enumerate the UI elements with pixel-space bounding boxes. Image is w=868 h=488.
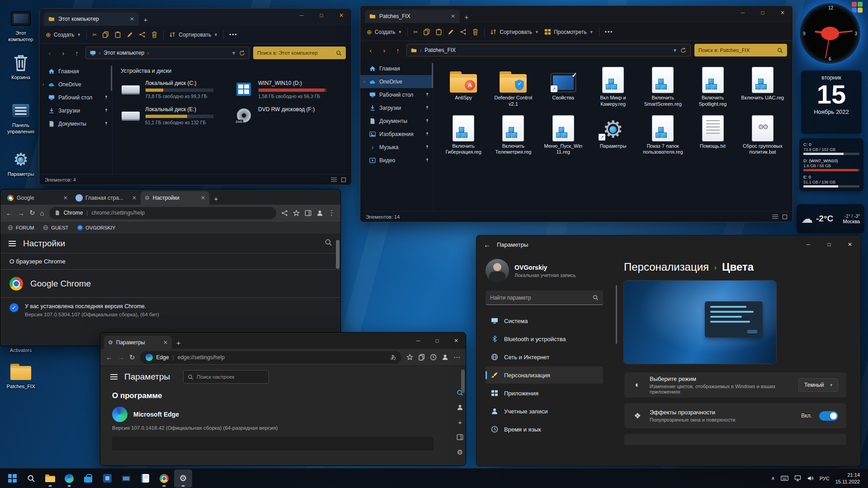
refresh-icon[interactable] — [239, 50, 245, 56]
sidebar-item-desktop[interactable]: Рабочий стол — [360, 88, 433, 101]
sidebar-add-icon[interactable]: + — [458, 418, 462, 426]
sidebar-scrollbar[interactable] — [111, 66, 112, 91]
tab-close-icon[interactable]: ✕ — [201, 195, 205, 201]
side-panel-icon[interactable] — [305, 210, 311, 216]
rename-icon[interactable] — [127, 31, 133, 38]
tab-close-icon[interactable]: ✕ — [451, 13, 455, 19]
new-tab-button[interactable]: + — [139, 13, 152, 26]
tab-close-icon[interactable]: ✕ — [63, 195, 68, 201]
profile-icon[interactable] — [316, 210, 323, 216]
file-item[interactable]: Включить Телеметрия.reg — [489, 114, 538, 156]
up-icon[interactable]: ↑ — [72, 49, 82, 57]
tab-close-icon[interactable]: ✕ — [130, 16, 134, 22]
share-icon[interactable] — [281, 210, 288, 216]
sidebar-item-documents[interactable]: Документы — [39, 117, 112, 130]
user-profile[interactable]: OVGorskiy Локальная учетная запись — [486, 259, 603, 282]
taskbar-item-store[interactable] — [79, 469, 97, 488]
sidebar-item-downloads[interactable]: Загрузки — [39, 104, 112, 117]
drive-item-d[interactable]: WIN7_WIN10 (D:) 1,58 ГБ свободно из 56,3… — [234, 80, 343, 99]
tab-close-icon[interactable]: ✕ — [132, 195, 137, 201]
copy-icon[interactable] — [102, 31, 109, 38]
taskbar-item-settings[interactable]: ⚙ — [174, 469, 192, 488]
sidebar-scrollbar[interactable] — [432, 63, 433, 88]
new-tab-button[interactable]: + — [460, 10, 473, 23]
nav-item-system[interactable]: Система — [486, 312, 603, 329]
explorer-tab[interactable]: Patches_FIX ✕ — [365, 9, 460, 23]
more-options-icon[interactable]: ••• — [605, 29, 613, 35]
details-view-icon[interactable] — [331, 178, 337, 182]
chrome-tab-home[interactable]: Главная стра... ✕ — [72, 191, 141, 205]
back-icon[interactable]: ← — [106, 353, 113, 361]
forward-icon[interactable]: → — [118, 353, 124, 361]
sidebar-item-onedrive[interactable]: ›OneDrive — [39, 78, 112, 91]
taskbar-search-button[interactable] — [22, 469, 40, 488]
refresh-icon[interactable]: ↻ — [129, 353, 135, 361]
chrome-menu-icon[interactable]: ⋮ — [328, 209, 335, 217]
thumbnail-view-icon[interactable] — [341, 178, 346, 182]
nav-item-time-language[interactable]: Время и язык — [486, 421, 603, 438]
breadcrumb[interactable]: › Этот компьютер › ▼ — [85, 47, 250, 59]
minimize-button[interactable]: ─ — [733, 6, 753, 19]
file-item[interactable]: Вкл Микр и Камеру.reg — [589, 66, 637, 108]
page-info-icon[interactable] — [55, 210, 60, 216]
breadcrumb-parent[interactable]: Персонализация — [624, 261, 709, 273]
taskbar-item-reader-app[interactable] — [136, 469, 154, 488]
refresh-icon[interactable]: ↻ — [29, 209, 35, 217]
maximize-button[interactable]: □ — [311, 9, 331, 22]
edge-tab-settings[interactable]: ⚙ Параметры ✕ — [104, 336, 172, 349]
bookmark-item[interactable]: GUEST — [43, 225, 68, 230]
up-icon[interactable]: ↑ — [393, 47, 403, 54]
taskbar-item-display-app[interactable] — [117, 469, 135, 488]
file-item[interactable]: Включить Spotlight.reg — [688, 66, 737, 108]
volume-icon[interactable] — [807, 475, 814, 482]
edge-menu-icon[interactable]: ⋯ — [453, 353, 460, 361]
edge-address-bar[interactable]: Edge | edge://settings/help あ — [140, 351, 401, 364]
close-button[interactable]: ✕ — [331, 9, 351, 22]
history-icon[interactable] — [430, 354, 437, 361]
cut-icon[interactable]: ✂ — [413, 29, 418, 35]
clock-tray[interactable]: 21:14 15.11.2022 — [835, 472, 860, 485]
sidebar-item-home[interactable]: Главная — [39, 65, 112, 78]
collections-icon[interactable] — [418, 354, 425, 361]
back-icon[interactable]: ‹ — [45, 49, 55, 57]
create-button[interactable]: ⊕Создать▼ — [367, 28, 402, 36]
settings-search-input[interactable] — [490, 295, 589, 301]
chrome-address-bar[interactable]: Chrome | chrome://settings/help — [49, 207, 276, 219]
nav-item-accounts[interactable]: Учетные записи — [486, 403, 603, 420]
sidebar-item-pictures[interactable]: Изображения — [360, 127, 433, 141]
page-scrollbar[interactable] — [336, 240, 340, 269]
nav-scrollbar[interactable] — [616, 285, 617, 344]
favorites-icon[interactable] — [406, 354, 413, 361]
refresh-icon[interactable] — [680, 47, 686, 53]
create-button[interactable]: ⊕Создать▼ — [46, 31, 81, 38]
file-item[interactable]: Показ 7 папок пользователя.reg — [638, 114, 687, 156]
maximize-button[interactable]: □ — [753, 6, 773, 19]
explorer-search-box[interactable] — [253, 47, 346, 59]
close-button[interactable]: ✕ — [840, 235, 860, 253]
touch-keyboard-icon[interactable] — [781, 475, 788, 482]
explorer-tab[interactable]: Этот компьютер ✕ — [44, 12, 139, 26]
drive-item-f[interactable]: DVD DVD RW дисковод (F:) — [234, 106, 343, 125]
translate-icon[interactable]: あ — [391, 353, 396, 361]
bookmark-item[interactable]: OOVGORSKIY — [77, 225, 115, 230]
sort-button[interactable]: Сортировать▼ — [169, 31, 218, 38]
sidebar-item-desktop[interactable]: Рабочий стол — [39, 91, 112, 104]
file-item[interactable]: Меню_Пуск_Win 11.reg — [539, 114, 588, 156]
more-options-icon[interactable]: ••• — [229, 32, 238, 38]
sidebar-item-onedrive[interactable]: ›OneDrive — [360, 75, 433, 88]
sidebar-item-home[interactable]: Главная — [360, 62, 433, 75]
network-icon[interactable] — [794, 475, 801, 482]
mode-dropdown[interactable]: Темный ▾ — [798, 378, 838, 392]
transparency-toggle[interactable] — [819, 411, 838, 421]
delete-icon[interactable] — [151, 31, 158, 38]
sidebar-item-music[interactable]: ♪Музыка — [360, 141, 433, 154]
desktop-icon-settings[interactable]: ⚙ Параметры — [3, 149, 39, 178]
minimize-button[interactable]: ─ — [409, 334, 428, 347]
nav-item-network[interactable]: Сеть и Интернет — [486, 348, 603, 366]
explorer-search-box[interactable] — [694, 44, 787, 56]
nav-item-personalization[interactable]: Персонализация — [486, 366, 603, 384]
menu-icon[interactable] — [9, 241, 16, 246]
nav-item-bluetooth[interactable]: Bluetooth и устройства — [486, 330, 603, 347]
back-icon[interactable]: ← — [6, 209, 13, 217]
taskbar-item-explorer[interactable] — [41, 469, 59, 488]
